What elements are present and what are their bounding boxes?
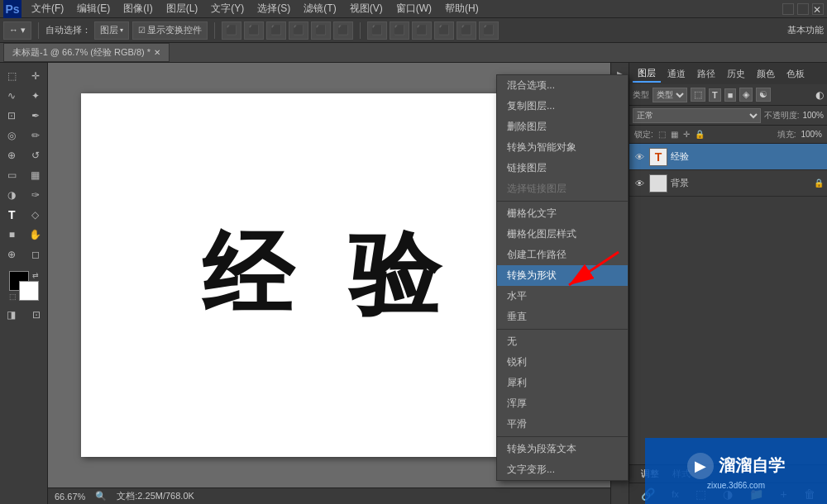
history-brush[interactable]: ↺ bbox=[24, 145, 48, 165]
layer-visibility-1[interactable]: 👁 bbox=[633, 177, 646, 190]
lasso-tool[interactable]: ∿ bbox=[0, 86, 24, 106]
menu-help[interactable]: 帮助(H) bbox=[438, 0, 485, 17]
fill-value[interactable]: 100% bbox=[801, 130, 822, 139]
menu-file[interactable]: 文件(F) bbox=[25, 0, 70, 17]
context-menu-item-混合选项[interactable]: 混合选项... bbox=[497, 75, 628, 96]
context-menu-item-无[interactable]: 无 bbox=[497, 331, 628, 352]
wand-tool[interactable]: ✦ bbox=[24, 86, 48, 106]
quick-mask-icon[interactable]: ◨ bbox=[0, 307, 22, 322]
maximize-button[interactable] bbox=[797, 3, 809, 15]
context-menu-item-平滑[interactable]: 平滑 bbox=[497, 414, 628, 435]
filter-toggle[interactable]: ◐ bbox=[815, 89, 824, 101]
context-menu-item-链接图层[interactable]: 链接图层 bbox=[497, 158, 628, 178]
context-menu-item-删除图层[interactable]: 删除图层 bbox=[497, 116, 628, 137]
heal-tool[interactable]: ◎ bbox=[0, 126, 24, 145]
dist-4[interactable]: ⬛ bbox=[434, 21, 454, 40]
context-menu-item-创建工作路径[interactable]: 创建工作路径 bbox=[497, 245, 628, 265]
document-tab[interactable]: 未标题-1 @ 66.7% (经验 RGB/8) * ✕ bbox=[3, 43, 170, 62]
watermark: ▶ 溜溜自学 zixue.3d66.com bbox=[645, 438, 827, 504]
filter-type-select[interactable]: 类型 名称 效果 bbox=[653, 88, 687, 102]
tool-row-1: ⬚ ✛ bbox=[0, 66, 47, 86]
align-bottom[interactable]: ⬛ bbox=[333, 21, 353, 40]
filter-adjustment-icon[interactable]: ☯ bbox=[756, 88, 771, 102]
context-menu-item-栅格化文字[interactable]: 栅格化文字 bbox=[497, 203, 628, 224]
background-color[interactable] bbox=[19, 281, 39, 301]
reset-colors-icon[interactable]: ⬚ bbox=[9, 292, 17, 301]
context-menu-item-浑厚[interactable]: 浑厚 bbox=[497, 393, 628, 414]
context-menu-item-垂直[interactable]: 垂直 bbox=[497, 307, 628, 327]
menu-window[interactable]: 窗口(W) bbox=[390, 0, 438, 17]
menu-layer[interactable]: 图层(L) bbox=[160, 0, 205, 17]
tab-channels[interactable]: 通道 bbox=[662, 66, 691, 82]
watermark-name: 溜溜自学 bbox=[719, 454, 785, 477]
align-center[interactable]: ⬛ bbox=[244, 21, 264, 40]
auto-select-dropdown[interactable]: 图层 ▾ bbox=[94, 21, 129, 40]
brush-tool[interactable]: ✏ bbox=[24, 126, 48, 145]
show-transform-checkbox[interactable]: ☑ 显示变换控件 bbox=[132, 21, 208, 40]
minimize-button[interactable] bbox=[782, 3, 794, 15]
align-right[interactable]: ⬛ bbox=[266, 21, 286, 40]
swap-colors-icon[interactable]: ⇄ bbox=[32, 271, 39, 279]
layer-visibility-0[interactable]: 👁 bbox=[633, 150, 646, 164]
pen-tool[interactable]: ✑ bbox=[24, 185, 48, 205]
extra-tool[interactable]: ◻ bbox=[24, 245, 48, 264]
filter-smart-icon[interactable]: ◈ bbox=[739, 88, 753, 102]
context-menu-item-锐利[interactable]: 锐利 bbox=[497, 352, 628, 373]
menu-select[interactable]: 选择(S) bbox=[251, 0, 297, 17]
text-tool[interactable]: T bbox=[0, 205, 24, 225]
menu-edit[interactable]: 编辑(E) bbox=[70, 0, 117, 17]
filter-pixel-icon[interactable]: ⬚ bbox=[691, 88, 705, 102]
layer-item-1[interactable]: 👁 背景 🔒 bbox=[629, 170, 827, 197]
tab-close-button[interactable]: ✕ bbox=[154, 48, 160, 57]
dist-2[interactable]: ⬛ bbox=[390, 21, 409, 40]
menu-text[interactable]: 文字(Y) bbox=[204, 0, 251, 17]
tab-history[interactable]: 历史 bbox=[722, 66, 750, 82]
menu-view[interactable]: 视图(V) bbox=[343, 0, 390, 17]
tab-layers[interactable]: 图层 bbox=[633, 65, 661, 83]
dist-3[interactable]: ⬛ bbox=[412, 21, 432, 40]
context-menu-item-水平[interactable]: 水平 bbox=[497, 286, 628, 307]
clone-tool[interactable]: ⊕ bbox=[0, 145, 24, 165]
opacity-value[interactable]: 100% bbox=[802, 111, 824, 120]
gradient-tool[interactable]: ▦ bbox=[24, 165, 48, 185]
tab-color[interactable]: 颜色 bbox=[752, 66, 780, 82]
context-menu-item-犀利[interactable]: 犀利 bbox=[497, 373, 628, 393]
menu-filter[interactable]: 滤镜(T) bbox=[297, 0, 342, 17]
align-middle[interactable]: ⬛ bbox=[311, 21, 331, 40]
dodge-tool[interactable]: ◑ bbox=[0, 185, 24, 205]
close-button[interactable]: ✕ bbox=[812, 3, 824, 15]
dist-6[interactable]: ⬛ bbox=[479, 21, 499, 40]
hand-tool[interactable]: ✋ bbox=[24, 225, 48, 245]
eyedropper-tool[interactable]: ✒ bbox=[24, 106, 48, 126]
zoom-tool[interactable]: ⊕ bbox=[0, 245, 24, 264]
context-menu-item-栅格化图层样式[interactable]: 栅格化图层样式 bbox=[497, 224, 628, 245]
lock-all-icon[interactable]: 🔒 bbox=[695, 130, 705, 139]
tab-paths[interactable]: 路径 bbox=[692, 66, 720, 82]
filter-text-icon[interactable]: T bbox=[709, 88, 721, 102]
move-tool[interactable]: ↔ ▾ bbox=[3, 21, 31, 40]
lock-pixel-icon[interactable]: ⬚ bbox=[658, 130, 666, 139]
filter-shape-icon[interactable]: ■ bbox=[724, 88, 737, 102]
context-menu-item-文字变形[interactable]: 文字变形... bbox=[497, 459, 628, 480]
context-menu-item-转换为智能对象[interactable]: 转换为智能对象 bbox=[497, 137, 628, 158]
lock-move-icon[interactable]: ✛ bbox=[683, 130, 690, 139]
context-menu-item-复制图层[interactable]: 复制图层... bbox=[497, 96, 628, 116]
dist-1[interactable]: ⬛ bbox=[367, 21, 387, 40]
layer-item-0[interactable]: 👁 T 经验 bbox=[629, 144, 827, 170]
screen-mode-icon[interactable]: ⊡ bbox=[26, 307, 48, 322]
menu-image[interactable]: 图像(I) bbox=[117, 0, 159, 17]
dist-5[interactable]: ⬛ bbox=[457, 21, 476, 40]
path-tool[interactable]: ◇ bbox=[24, 205, 48, 225]
tab-swatches[interactable]: 色板 bbox=[782, 66, 810, 82]
lock-gradient-icon[interactable]: ▦ bbox=[671, 130, 678, 139]
align-left[interactable]: ⬛ bbox=[222, 21, 241, 40]
move-tool-icon[interactable]: ✛ bbox=[24, 66, 48, 86]
eraser-tool[interactable]: ▭ bbox=[0, 165, 24, 185]
context-menu-item-转换为形状[interactable]: 转换为形状 bbox=[497, 265, 628, 286]
align-top[interactable]: ⬛ bbox=[289, 21, 308, 40]
shape-tool[interactable]: ■ bbox=[0, 225, 24, 245]
marquee-tool[interactable]: ⬚ bbox=[0, 66, 24, 86]
crop-tool[interactable]: ⊡ bbox=[0, 106, 24, 126]
context-menu-item-转换为段落文本[interactable]: 转换为段落文本 bbox=[497, 439, 628, 459]
blend-mode-select[interactable]: 正常 bbox=[633, 108, 761, 123]
